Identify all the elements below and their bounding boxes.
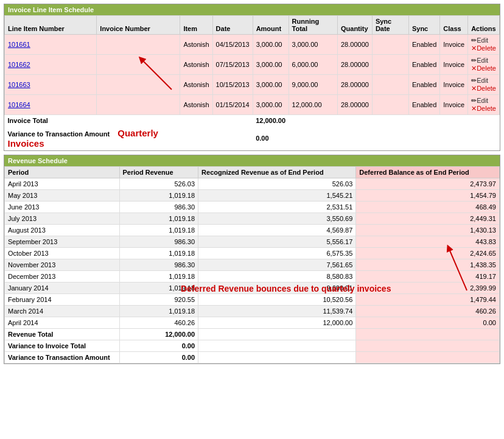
rev-recognized: 526.03: [198, 178, 356, 190]
action-cell: ✏Edit ✕Delete: [468, 75, 500, 95]
date-cell: 04/15/2013: [212, 35, 253, 55]
sync-date-cell: [372, 55, 408, 75]
rev-recognized: 5,556.17: [198, 236, 356, 248]
invoice-header-row: Line Item Number Invoice Number Item Dat…: [5, 16, 500, 35]
edit-link[interactable]: Edit: [477, 57, 488, 64]
delete-icon: ✕: [471, 105, 477, 112]
revenue-section-header: Revenue Schedule: [4, 155, 500, 166]
running-total-cell: 3,000.00: [289, 35, 337, 55]
edit-link[interactable]: Edit: [477, 97, 488, 104]
quantity-cell: 28.00000: [337, 95, 372, 115]
rev-recognized: 2,531.51: [198, 202, 356, 213]
quantity-cell: 28.00000: [337, 35, 372, 55]
item-cell: Astonish: [180, 75, 212, 95]
rev-col-recognized: Recognized Revenue as of End Period: [198, 167, 356, 178]
date-cell: 10/15/2013: [212, 75, 253, 95]
revenue-table-row: April 2014 460.26 12,000.00 0.00: [5, 317, 500, 329]
invoice-table-row: 101662 Astonish 07/15/2013 3,000.00 6,00…: [5, 55, 500, 75]
col-item: Item: [180, 16, 212, 35]
action-cell: ✏Edit ✕Delete: [468, 35, 500, 55]
rev-deferred: 2,473.97: [356, 178, 500, 190]
rev-period: April 2013: [5, 178, 120, 190]
invoice-variance-row: Variance to Transaction Amount Quarterly…: [5, 126, 500, 150]
rev-period-revenue: 986.30: [119, 236, 198, 248]
invoice-table-row: 101664 Astonish 01/15/2014 3,000.00 12,0…: [5, 95, 500, 115]
rev-period: December 2013: [5, 271, 120, 283]
rev-col-deferred: Deferred Balance as of End Period: [356, 167, 500, 178]
rev-recognized: 10,520.56: [198, 294, 356, 306]
revenue-table-row: August 2013 1,019.18 4,569.87 1,430.13: [5, 225, 500, 236]
rev-period-revenue: 1,019.18: [119, 225, 198, 236]
col-quantity: Quantity: [337, 16, 372, 35]
rev-period-revenue: 986.30: [119, 202, 198, 213]
pencil-icon: ✏: [471, 37, 477, 44]
variance-invoice-label: Variance to Invoice Total: [5, 340, 120, 352]
delete-link[interactable]: Delete: [477, 44, 496, 52]
edit-link[interactable]: Edit: [477, 77, 488, 84]
delete-link[interactable]: Delete: [477, 65, 496, 72]
running-total-cell: 12,000.00: [289, 95, 337, 115]
quantity-cell: 28.00000: [337, 55, 372, 75]
rev-recognized: 4,569.87: [198, 225, 356, 236]
sync-date-cell: [372, 95, 408, 115]
rev-col-period: Period: [5, 167, 120, 178]
delete-link[interactable]: Delete: [477, 85, 496, 92]
rev-period: March 2014: [5, 306, 120, 317]
col-sync-date: Sync Date: [372, 16, 408, 35]
line-item-number: 101663: [5, 75, 97, 95]
rev-deferred: 1,454.79: [356, 190, 500, 202]
revenue-table-row: April 2013 526.03 526.03 2,473.97: [5, 178, 500, 190]
revenue-table: Period Period Revenue Recognized Revenue…: [4, 166, 500, 363]
rev-col-period-revenue: Period Revenue: [119, 167, 198, 178]
action-cell: ✏Edit ✕Delete: [468, 55, 500, 75]
amount-cell: 3,000.00: [253, 35, 289, 55]
variance-transaction-value: 0.00: [119, 352, 198, 363]
delete-icon: ✕: [471, 85, 477, 92]
delete-icon: ✕: [471, 65, 477, 72]
invoice-section-title: Invoice Line Item Schedule: [8, 6, 94, 13]
rev-deferred: 468.49: [356, 202, 500, 213]
quantity-cell: 28.00000: [337, 75, 372, 95]
invoice-total-label: Invoice Total: [5, 115, 213, 127]
revenue-section-title: Revenue Schedule: [8, 157, 68, 164]
revenue-section: Revenue Schedule Period Period Revenue R…: [4, 155, 500, 364]
revenue-total-row: Revenue Total 12,000.00: [5, 329, 500, 340]
rev-period-revenue: 526.03: [119, 178, 198, 190]
invoice-section: Invoice Line Item Schedule Line Item Num…: [4, 4, 500, 151]
action-cell: ✏Edit ✕Delete: [468, 95, 500, 115]
col-line-item-number: Line Item Number: [5, 16, 97, 35]
invoice-section-header: Invoice Line Item Schedule: [4, 4, 500, 15]
pencil-icon: ✏: [471, 77, 477, 84]
rev-deferred: 1,430.13: [356, 225, 500, 236]
invoice-number-cell: [97, 95, 180, 115]
col-sync: Sync: [408, 16, 439, 35]
revenue-table-row: June 2013 986.30 2,531.51 468.49: [5, 202, 500, 213]
invoice-total-spacer: [212, 115, 253, 127]
edit-link[interactable]: Edit: [477, 37, 488, 44]
revenue-total-label: Revenue Total: [5, 329, 120, 340]
delete-link[interactable]: Delete: [477, 105, 496, 112]
col-class: Class: [440, 16, 468, 35]
item-cell: Astonish: [180, 55, 212, 75]
invoice-table-row: 101663 Astonish 10/15/2013 3,000.00 9,00…: [5, 75, 500, 95]
deferred-annotation: Deferred Revenue bounces due to quartely…: [181, 284, 391, 293]
revenue-table-row: February 2014 920.55 10,520.56 1,479.44: [5, 294, 500, 306]
invoice-total-row: Invoice Total 12,000.00: [5, 115, 500, 127]
col-invoice-number: Invoice Number: [97, 16, 180, 35]
rev-deferred: 2,424.65: [356, 248, 500, 259]
rev-period: July 2013: [5, 213, 120, 225]
rev-period-revenue: 1,019.18: [119, 306, 198, 317]
sync-cell: Enabled: [408, 95, 439, 115]
rev-period-revenue: 1,019.18: [119, 213, 198, 225]
rev-period: April 2014: [5, 317, 120, 329]
amount-cell: 3,000.00: [253, 95, 289, 115]
rev-period: August 2013: [5, 225, 120, 236]
invoice-variance-label: Variance to Transaction Amount Quarterly…: [5, 126, 180, 150]
line-item-number: 101661: [5, 35, 97, 55]
running-total-cell: 6,000.00: [289, 55, 337, 75]
rev-period-revenue: 986.30: [119, 259, 198, 271]
col-amount: Amount: [253, 16, 289, 35]
revenue-table-row: December 2013 1,019.18 8,580.83 419.17: [5, 271, 500, 283]
rev-recognized: 3,550.69: [198, 213, 356, 225]
invoice-total-value: 12,000.00: [253, 115, 289, 127]
